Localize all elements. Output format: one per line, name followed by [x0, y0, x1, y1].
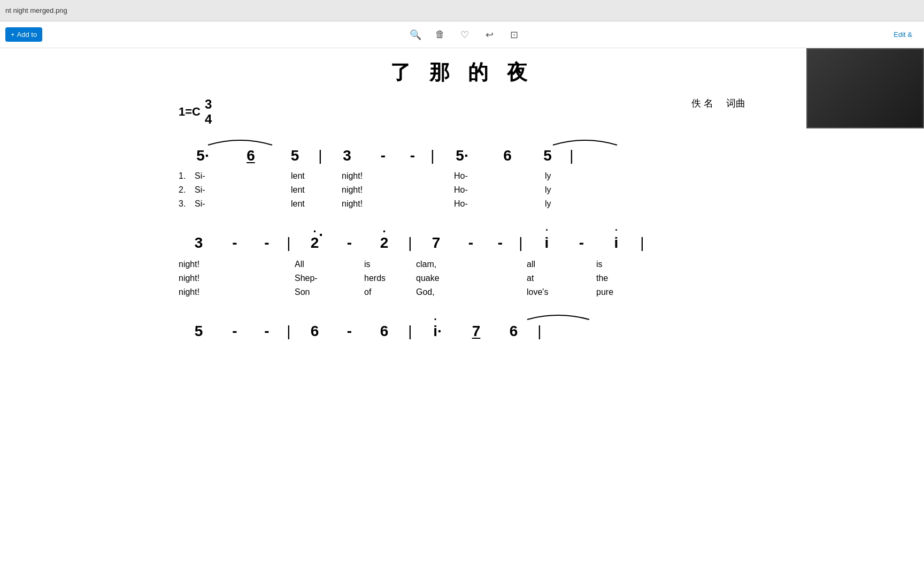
barline-r2-3: |: [515, 234, 527, 252]
sheet-area: 了 那 的 夜 1=C 3 4 佚 名 词曲: [0, 48, 924, 578]
note-5: 5: [275, 147, 315, 164]
barline-r2-4: |: [636, 234, 648, 252]
note-high1: i ·: [527, 234, 567, 252]
window-title: nt night merged.png: [5, 6, 67, 14]
dash-r3-3: -: [335, 323, 364, 340]
delete-button[interactable]: 🗑: [430, 25, 450, 44]
note-7: 7: [416, 234, 456, 252]
lyrics-row-1-1: 1. Si- lent night! Ho- ly: [179, 171, 745, 184]
barline-1: |: [315, 147, 326, 164]
notation-row-2: 3 - - | 2 · -: [179, 228, 745, 257]
note-5-r3: 5: [179, 323, 219, 340]
note-6-r3-3: 6: [494, 323, 534, 340]
barline-r2-1: |: [283, 234, 295, 252]
time-denominator: 4: [205, 112, 212, 127]
dash-r2-5: -: [486, 234, 515, 252]
dash-r2-2: -: [251, 234, 283, 252]
time-numerator: 3: [205, 97, 212, 112]
note-2dot-2: 2 ·: [364, 234, 404, 252]
dash-r2-4: -: [456, 234, 486, 252]
dash-r3-2: -: [251, 323, 283, 340]
note-high1-2: i ·: [596, 234, 636, 252]
barline-r3-2: |: [404, 323, 416, 340]
note-5dot-2: 5·: [438, 147, 486, 164]
rotate-button[interactable]: ↩: [480, 25, 499, 44]
note-3: 3: [326, 147, 368, 164]
barline-r3-1: |: [283, 323, 295, 340]
add-to-button[interactable]: + Add to: [5, 27, 42, 42]
zoom-button[interactable]: 🔍: [406, 25, 425, 44]
barline-r3-3: |: [534, 323, 545, 340]
dash-r2-6: -: [567, 234, 596, 252]
heart-button[interactable]: ♡: [455, 25, 474, 44]
note-row-2: 3 - - | 2 · -: [179, 228, 745, 257]
lyrics-row-1-2: 2. Si- lent night! Ho- ly: [179, 185, 745, 198]
edit-button[interactable]: Edit &: [887, 27, 919, 42]
lyrics-row-2-2: night! Shep- herds quake at the: [179, 273, 745, 286]
note-5-2: 5: [529, 147, 566, 164]
video-overlay: [806, 48, 924, 128]
barline-r2-2: |: [404, 234, 416, 252]
lyrics-row-1-3: 3. Si- lent night! Ho- ly: [179, 199, 745, 212]
note-6-r3-2: 6: [364, 323, 404, 340]
dash-2: -: [398, 147, 427, 164]
note-6-r3: 6: [295, 323, 335, 340]
note-high1-r3: i · ·: [416, 323, 459, 340]
key-time-composer-row: 1=C 3 4 佚 名 词曲: [179, 97, 745, 126]
note-5dot: 5·: [179, 147, 227, 164]
note-2dot: 2 ·: [295, 234, 335, 252]
notation-row-1: 5· 6 5 | 3 - - |: [179, 142, 745, 169]
barline-3: |: [566, 147, 577, 164]
composer-info: 佚 名 词曲: [691, 97, 745, 110]
note-6: 6: [486, 147, 529, 164]
music-title: 了 那 的 夜: [179, 59, 745, 86]
dash-r2-1: -: [219, 234, 251, 252]
lyrics-block-2: night! All is clam, all is: [179, 260, 745, 300]
note-row-3: 5 - - | 6 - 6 |: [179, 316, 745, 346]
title-bar: nt night merged.png: [0, 0, 924, 21]
toolbar: + Add to 🔍 🗑 ♡ ↩ ⊡ Edit &: [0, 21, 924, 48]
lyrics-row-2-1: night! All is clam, all is: [179, 260, 745, 272]
note-6u: 6: [227, 147, 275, 164]
main-content: 了 那 的 夜 1=C 3 4 佚 名 词曲: [0, 48, 924, 578]
notation-row-3: 5 - - | 6 - 6 |: [179, 316, 745, 346]
dash-r2-3: -: [335, 234, 364, 252]
plus-icon: +: [11, 31, 15, 39]
key-signature: 1=C: [179, 105, 201, 119]
music-score: 了 那 的 夜 1=C 3 4 佚 名 词曲: [179, 59, 745, 346]
lyrics-block-1: 1. Si- lent night! Ho- ly 2. Si-: [179, 171, 745, 212]
lyrics-row-2-3: night! Son of God, love's pure: [179, 287, 745, 300]
dash-1: -: [368, 147, 398, 164]
crop-button[interactable]: ⊡: [504, 25, 523, 44]
note-3-r2: 3: [179, 234, 219, 252]
note-7-r3: 7: [459, 323, 494, 340]
barline-2: |: [427, 147, 438, 164]
note-row-1: 5· 6 5 | 3 - - |: [179, 142, 745, 169]
dash-r3-1: -: [219, 323, 251, 340]
